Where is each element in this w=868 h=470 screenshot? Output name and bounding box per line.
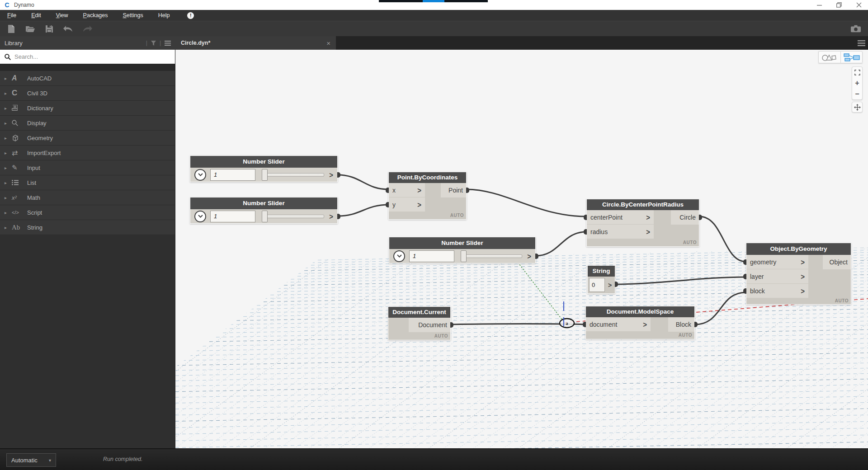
expander-icon[interactable]: ▸: [5, 225, 12, 230]
output-port-document[interactable]: Document: [409, 318, 450, 332]
pan-button[interactable]: [852, 102, 863, 113]
input-port-centerpoint[interactable]: centerPoint>: [587, 210, 654, 225]
sidebar-item-civil3d[interactable]: ▸ C Civil 3D: [0, 86, 175, 101]
expander-icon[interactable]: ▸: [5, 76, 12, 81]
node-title[interactable]: String: [588, 266, 615, 277]
tab-close-icon[interactable]: ×: [326, 39, 330, 47]
node-number-slider-2[interactable]: Number Slider >: [190, 197, 338, 224]
output-port-block[interactable]: Block: [668, 317, 694, 332]
input-port-block[interactable]: block>: [746, 284, 808, 298]
sidebar-item-math[interactable]: ▸ x² Math: [0, 190, 175, 205]
library-menu-icon[interactable]: [165, 41, 171, 46]
output-port[interactable]: >: [527, 252, 531, 261]
slider-track[interactable]: [461, 250, 522, 262]
lacing-label[interactable]: AUTO: [746, 298, 851, 304]
zoom-in-button[interactable]: +: [852, 78, 863, 89]
output-port-point[interactable]: Point: [441, 183, 466, 197]
node-object-bygeometry[interactable]: Object.ByGeometry geometry> layer> block…: [746, 243, 851, 305]
node-title[interactable]: Point.ByCoordinates: [389, 172, 466, 183]
node-title[interactable]: Number Slider: [190, 197, 337, 209]
fit-to-screen-button[interactable]: [852, 67, 863, 78]
output-port-circle[interactable]: Circle: [671, 210, 699, 225]
expander-icon[interactable]: ▸: [5, 210, 12, 215]
input-port-document[interactable]: document>: [586, 317, 651, 332]
string-value-input[interactable]: 0: [589, 278, 605, 292]
slider-value-input[interactable]: [210, 169, 255, 181]
open-file-button[interactable]: [25, 24, 35, 34]
node-document-modelspace[interactable]: Document.ModelSpace document> Block AUTO: [585, 306, 695, 339]
menu-settings[interactable]: Settings: [123, 10, 143, 20]
lacing-label[interactable]: AUTO: [389, 212, 466, 219]
undo-button[interactable]: [63, 24, 73, 34]
menu-edit[interactable]: Edit: [31, 10, 41, 20]
expander-icon[interactable]: ▸: [5, 106, 12, 111]
save-button[interactable]: [44, 24, 54, 34]
notification-alert-icon[interactable]: !: [187, 12, 194, 19]
input-port-x[interactable]: x>: [389, 183, 425, 197]
filter-icon[interactable]: [151, 41, 156, 46]
lacing-label[interactable]: AUTO: [388, 333, 450, 340]
graph-canvas[interactable]: a Number Slider > Number Slider > Number…: [175, 50, 868, 448]
slider-track[interactable]: [262, 169, 324, 181]
zoom-out-button[interactable]: −: [852, 89, 863, 99]
node-title[interactable]: Number Slider: [190, 156, 337, 168]
expander-icon[interactable]: ▸: [5, 121, 12, 126]
redo-button[interactable]: [82, 24, 92, 34]
minimize-button[interactable]: [815, 1, 824, 9]
node-title[interactable]: Object.ByGeometry: [746, 243, 851, 255]
run-mode-select[interactable]: Automatic ▾: [6, 453, 56, 467]
node-title[interactable]: Number Slider: [389, 237, 535, 249]
sidebar-item-importexport[interactable]: ▸ ⇄ ImportExport: [0, 146, 175, 160]
geometry-view-toggle[interactable]: [818, 51, 840, 63]
expander-icon[interactable]: ▸: [5, 195, 12, 200]
expander-icon[interactable]: ▸: [5, 150, 12, 155]
input-port-y[interactable]: y>: [389, 197, 425, 212]
slider-value-input[interactable]: [210, 211, 255, 222]
slider-handle[interactable]: [262, 211, 268, 222]
expander-icon[interactable]: ▸: [5, 180, 12, 185]
export-screenshot-camera-icon[interactable]: [851, 24, 861, 34]
slider-track[interactable]: [262, 211, 324, 222]
sidebar-item-string[interactable]: ▸ Ab String: [0, 220, 175, 235]
node-circle-bycenterpointradius[interactable]: Circle.ByCenterPointRadius centerPoint> …: [586, 199, 699, 247]
slider-expand-chevron-icon[interactable]: [393, 250, 405, 262]
node-string[interactable]: String 0 >: [587, 265, 615, 294]
slider-handle[interactable]: [461, 250, 467, 262]
node-title[interactable]: Circle.ByCenterPointRadius: [587, 199, 699, 210]
slider-expand-chevron-icon[interactable]: [194, 211, 206, 222]
sidebar-item-script[interactable]: ▸ </> Script: [0, 205, 175, 220]
input-port-layer[interactable]: layer>: [746, 269, 808, 284]
output-port[interactable]: >: [605, 277, 615, 293]
input-port-geometry[interactable]: geometry>: [746, 255, 808, 269]
node-title[interactable]: Document.Current: [388, 307, 450, 318]
node-point-bycoordinates[interactable]: Point.ByCoordinates x> y> Point AUTO: [388, 172, 467, 220]
expander-icon[interactable]: ▸: [5, 136, 12, 141]
search-input[interactable]: [14, 53, 170, 60]
lacing-label[interactable]: AUTO: [587, 239, 699, 246]
tab-circle-dyn[interactable]: Circle.dyn* ×: [175, 36, 336, 50]
output-port[interactable]: >: [329, 170, 333, 179]
expander-icon[interactable]: ▸: [5, 91, 12, 96]
node-title[interactable]: Document.ModelSpace: [586, 306, 694, 317]
sidebar-item-geometry[interactable]: ▸ Geometry: [0, 131, 175, 146]
sidebar-item-input[interactable]: ▸ ✎ Input: [0, 160, 175, 175]
menu-packages[interactable]: Packages: [83, 10, 108, 20]
slider-expand-chevron-icon[interactable]: [194, 169, 206, 181]
new-file-button[interactable]: [6, 24, 16, 34]
input-port-radius[interactable]: radius>: [587, 225, 654, 239]
sidebar-item-list[interactable]: ▸ List: [0, 175, 175, 190]
sidebar-item-autocad[interactable]: ▸ A AutoCAD: [0, 71, 175, 86]
graph-view-toggle[interactable]: [840, 51, 863, 63]
sidebar-item-dictionary[interactable]: ▸ Dictionary: [0, 101, 175, 116]
restore-button[interactable]: [835, 1, 844, 9]
menu-file[interactable]: File: [7, 10, 16, 20]
output-port[interactable]: >: [329, 212, 333, 221]
node-number-slider-1[interactable]: Number Slider >: [190, 155, 338, 182]
close-button[interactable]: [854, 1, 863, 9]
node-number-slider-3[interactable]: Number Slider >: [389, 237, 536, 263]
slider-value-input[interactable]: [409, 250, 454, 262]
lacing-label[interactable]: AUTO: [586, 332, 694, 339]
menu-view[interactable]: View: [56, 10, 68, 20]
output-port-object[interactable]: Object: [823, 255, 851, 269]
menu-help[interactable]: Help: [158, 10, 170, 20]
